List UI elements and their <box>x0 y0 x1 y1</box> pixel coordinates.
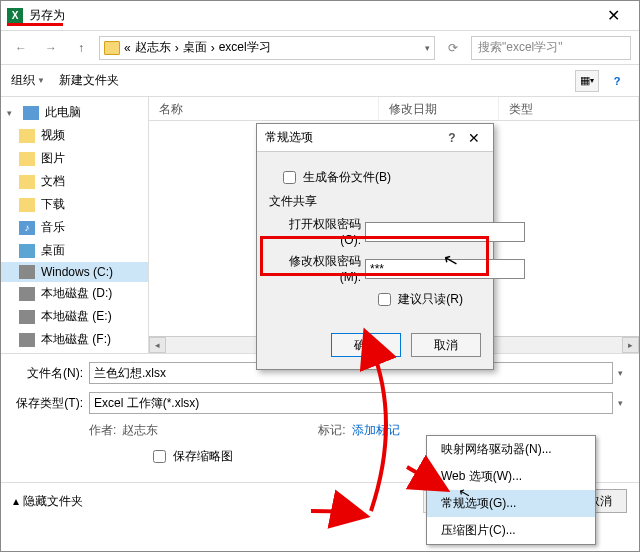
expand-icon[interactable]: ▾ <box>7 108 17 118</box>
refresh-button[interactable]: ⟳ <box>441 36 465 60</box>
titlebar: X 另存为 ✕ <box>1 1 639 31</box>
backup-check-input[interactable] <box>283 171 296 184</box>
sidebar-item-label: 本地磁盘 (F:) <box>41 331 111 348</box>
folder-icon <box>19 198 35 212</box>
pc-icon <box>23 106 39 120</box>
dialog-help-button[interactable]: ? <box>441 131 463 145</box>
address-bar[interactable]: « 赵志东 › 桌面 › excel学习 ▾ <box>99 36 435 60</box>
dialog-titlebar: 常规选项 ? ✕ <box>257 124 493 152</box>
sidebar-item-documents[interactable]: 文档 <box>1 170 148 193</box>
fileshare-heading: 文件共享 <box>269 193 317 210</box>
sidebar-item-drive-e[interactable]: 本地磁盘 (E:) <box>1 305 148 328</box>
author-meta: 作者: 赵志东 <box>89 422 158 439</box>
close-button[interactable]: ✕ <box>593 1 633 31</box>
hide-folders-button[interactable]: ▴ 隐藏文件夹 <box>13 493 83 510</box>
sidebar-item-downloads[interactable]: 下载 <box>1 193 148 216</box>
sidebar-item-label: 桌面 <box>41 242 65 259</box>
sidebar-item-label: 下载 <box>41 196 65 213</box>
tags-label: 标记: <box>318 422 345 439</box>
author-value[interactable]: 赵志东 <box>122 422 158 439</box>
sidebar-item-label: 此电脑 <box>45 104 81 121</box>
readonly-label: 建议只读(R) <box>398 291 463 308</box>
breadcrumb-part[interactable]: 赵志东 <box>135 39 171 56</box>
drive-icon <box>19 310 35 324</box>
organize-menu[interactable]: 组织 ▼ <box>11 72 45 89</box>
tags-value[interactable]: 添加标记 <box>352 422 400 439</box>
sidebar-item-label: 本地磁盘 (E:) <box>41 308 112 325</box>
thumbnail-label: 保存缩略图 <box>173 448 233 465</box>
drive-icon <box>19 265 35 279</box>
menu-item-compress-pictures[interactable]: 压缩图片(C)... <box>427 517 595 544</box>
help-button[interactable]: ? <box>605 70 629 92</box>
sidebar-item-thispc[interactable]: ▾此电脑 <box>1 101 148 124</box>
new-folder-button[interactable]: 新建文件夹 <box>59 72 119 89</box>
sidebar-item-videos[interactable]: 视频 <box>1 124 148 147</box>
sidebar-item-label: 音乐 <box>41 219 65 236</box>
desktop-icon <box>19 244 35 258</box>
folder-icon <box>19 152 35 166</box>
new-folder-label: 新建文件夹 <box>59 72 119 89</box>
search-placeholder: 搜索"excel学习" <box>478 39 563 56</box>
filename-dropdown-icon[interactable]: ▾ <box>613 368 627 378</box>
sidebar-item-label: 本地磁盘 (D:) <box>41 285 112 302</box>
menu-item-general-options[interactable]: 常规选项(G)... <box>427 490 595 517</box>
scroll-right-icon[interactable]: ▸ <box>622 337 639 353</box>
search-box[interactable]: 搜索"excel学习" <box>471 36 631 60</box>
scroll-left-icon[interactable]: ◂ <box>149 337 166 353</box>
nav-back-button[interactable]: ← <box>9 36 33 60</box>
window-title: 另存为 <box>29 7 593 24</box>
breadcrumb-part[interactable]: excel学习 <box>219 39 271 56</box>
excel-icon: X <box>7 8 23 24</box>
menu-item-map-drive[interactable]: 映射网络驱动器(N)... <box>427 436 595 463</box>
chevron-right-icon: › <box>211 41 215 55</box>
dialog-title: 常规选项 <box>265 129 441 146</box>
sidebar-item-label: Windows (C:) <box>41 265 113 279</box>
dialog-ok-button[interactable]: 确定 <box>331 333 401 357</box>
filetype-dropdown-icon[interactable]: ▾ <box>613 398 627 408</box>
sidebar-item-desktop[interactable]: 桌面 <box>1 239 148 262</box>
readonly-checkbox[interactable]: 建议只读(R) <box>374 290 463 309</box>
file-list-header: 名称 修改日期 类型 <box>149 97 639 121</box>
nav-forward-button[interactable]: → <box>39 36 63 60</box>
sidebar-item-label: 图片 <box>41 150 65 167</box>
organize-label: 组织 <box>11 72 35 89</box>
folder-icon <box>104 41 120 55</box>
folder-icon <box>19 175 35 189</box>
sidebar-item-music[interactable]: ♪音乐 <box>1 216 148 239</box>
nav-up-button[interactable]: ↑ <box>69 36 93 60</box>
menu-item-web-options[interactable]: Web 选项(W)... <box>427 463 595 490</box>
breadcrumb-part[interactable]: 桌面 <box>183 39 207 56</box>
collapse-icon: ▴ <box>13 494 19 508</box>
readonly-check-input[interactable] <box>378 293 391 306</box>
dialog-cancel-button[interactable]: 取消 <box>411 333 481 357</box>
dropdown-caret-icon[interactable]: ▾ <box>425 43 430 53</box>
dialog-close-button[interactable]: ✕ <box>463 130 485 146</box>
col-name[interactable]: 名称 <box>149 97 379 120</box>
chevron-right-icon: › <box>175 41 179 55</box>
hide-folders-label: 隐藏文件夹 <box>23 493 83 510</box>
tools-menu: 映射网络驱动器(N)... Web 选项(W)... 常规选项(G)... 压缩… <box>426 435 596 545</box>
filetype-select[interactable] <box>89 392 613 414</box>
music-icon: ♪ <box>19 221 35 235</box>
view-mode-button[interactable]: ▦ ▾ <box>575 70 599 92</box>
backup-checkbox[interactable]: 生成备份文件(B) <box>279 168 391 187</box>
sidebar-item-drive-f[interactable]: 本地磁盘 (F:) <box>1 328 148 351</box>
author-label: 作者: <box>89 422 116 439</box>
red-underline <box>7 23 63 26</box>
col-type[interactable]: 类型 <box>499 97 639 120</box>
tags-meta: 标记: 添加标记 <box>318 422 399 439</box>
col-modified[interactable]: 修改日期 <box>379 97 499 120</box>
sidebar-item-pictures[interactable]: 图片 <box>1 147 148 170</box>
save-as-window: X 另存为 ✕ ← → ↑ « 赵志东 › 桌面 › excel学习 ▾ ⟳ 搜… <box>0 0 640 552</box>
sidebar[interactable]: ▾此电脑 视频 图片 文档 下载 ♪音乐 桌面 Windows (C:) 本地磁… <box>1 97 149 353</box>
command-bar: 组织 ▼ 新建文件夹 ▦ ▾ ? <box>1 65 639 97</box>
folder-icon <box>19 129 35 143</box>
nav-toolbar: ← → ↑ « 赵志东 › 桌面 › excel学习 ▾ ⟳ 搜索"excel学… <box>1 31 639 65</box>
sidebar-item-drive-d[interactable]: 本地磁盘 (D:) <box>1 282 148 305</box>
sidebar-item-drive-c[interactable]: Windows (C:) <box>1 262 148 282</box>
caret-icon: ▼ <box>37 76 45 85</box>
sidebar-item-label: 视频 <box>41 127 65 144</box>
backup-label: 生成备份文件(B) <box>303 169 391 186</box>
drive-icon <box>19 287 35 301</box>
thumbnail-check-input[interactable] <box>153 450 166 463</box>
